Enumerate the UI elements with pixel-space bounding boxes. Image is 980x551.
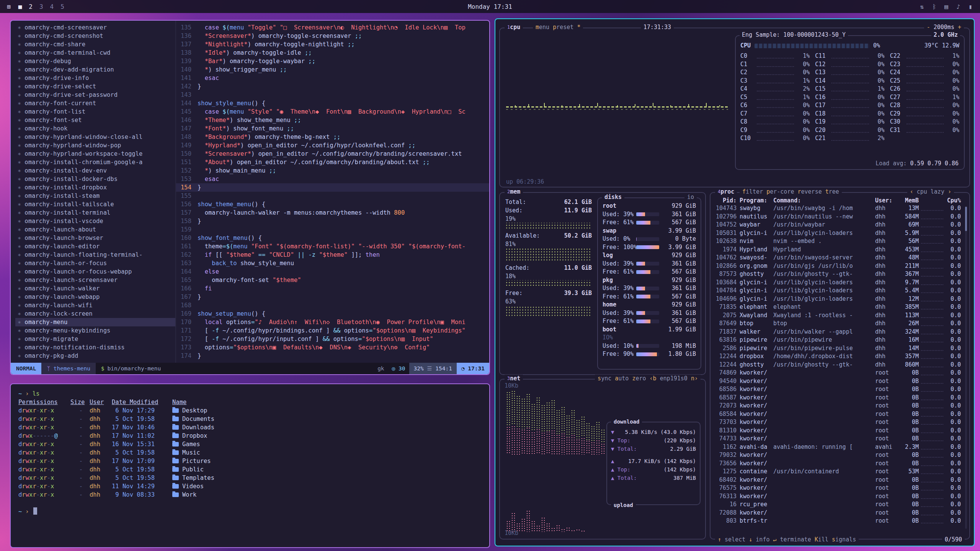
file-row[interactable]: drwxr-xr-x-dhh 6 Nov 17:29Desktop xyxy=(18,406,482,415)
tree-item[interactable]: ∗omarchy-launch-or-focus xyxy=(15,259,175,267)
file-row[interactable]: drwx------@-dhh17 Nov 11:02Dropbox xyxy=(18,432,482,440)
tree-item[interactable]: ∗omarchy-launch-editor xyxy=(15,242,175,251)
tree-item[interactable]: ∗omarchy-notification-dismiss xyxy=(15,343,175,352)
tree-item[interactable]: ∗omarchy-lock-screen xyxy=(15,310,175,318)
editor-window[interactable]: ∗omarchy-cmd-screensaver∗omarchy-cmd-scr… xyxy=(10,20,490,375)
process-row[interactable]: 74869kworker/root0B0.0 xyxy=(710,369,969,377)
process-row[interactable]: 102866org.gnom/usr/bin/gjs /usr/lib/odhh… xyxy=(710,262,969,271)
process-row[interactable]: 68586kworker/root0B0.0 xyxy=(710,385,969,394)
code-line[interactable]: 169show_setup_menu() { xyxy=(176,310,489,318)
process-row[interactable]: 803btrfs-trroot0B0.0 xyxy=(710,517,969,525)
code-line[interactable]: 135 case $(menu "Toggle" "□ Screensaver\… xyxy=(176,23,489,32)
file-row[interactable]: drwxr-xr-x-dhh17 Nov 17:09Pictures xyxy=(18,457,482,465)
process-row[interactable]: 87573ghostty/usr/bin/ghostty --gtk-dhh36… xyxy=(710,270,969,279)
tree-item[interactable]: ∗omarchy-launch-floating-terminal- xyxy=(15,251,175,259)
battery-icon[interactable]: ▮ xyxy=(969,3,972,10)
tree-item[interactable]: ∗omarchy-drive-set-password xyxy=(15,91,175,99)
code-line[interactable]: 144show_style_menu() { xyxy=(176,99,489,108)
file-row[interactable]: drwxr-xr-x-dhh 5 Oct 19:58Music xyxy=(18,448,482,457)
interval-minus-button[interactable]: - xyxy=(927,24,930,31)
header-mem[interactable]: MemB xyxy=(899,197,919,204)
workspace-2[interactable]: 2 xyxy=(29,3,33,10)
process-row[interactable]: 1275containe/usr/bin/containerdroot53M0.… xyxy=(710,468,969,476)
disk-entry[interactable]: home929 GiBUsed: 39%361 GiBFree: 61%567 … xyxy=(603,301,696,326)
code-line[interactable]: 168 xyxy=(176,301,489,310)
process-row[interactable]: 102796nautilus/usr/bin/nautilus --newdhh… xyxy=(710,213,969,221)
tree-item[interactable]: ∗omarchy-cmd-share xyxy=(15,40,175,49)
code-line[interactable]: 156show_theme_menu() { xyxy=(176,200,489,209)
tree-item[interactable]: ∗omarchy-cmd-screensaver xyxy=(15,23,175,32)
code-line[interactable]: 138 *Idle*) omarchy-toggle-idle ;; xyxy=(176,49,489,57)
code-line[interactable]: 155 xyxy=(176,192,489,200)
process-row[interactable]: 94540kworker/root0B0.0 xyxy=(710,377,969,386)
bluetooth-icon[interactable]: ᛒ xyxy=(932,3,936,10)
btop-window[interactable]: 1cpu menu preset * 17:31:33 - 2000ms + E… xyxy=(495,18,975,546)
workspace-3[interactable]: 3 xyxy=(39,3,43,10)
disk-entry[interactable]: log929 GiBUsed: 39%361 GiBFree: 61%567 G… xyxy=(603,251,696,276)
code-line[interactable]: 165 omarchy-font-set "$theme" xyxy=(176,276,489,284)
tree-item[interactable]: ∗omarchy-menu-keybindings xyxy=(15,326,175,335)
code-line[interactable]: 158} xyxy=(176,217,489,225)
proc-footer[interactable]: ↑ select ↓ info ↵ terminate Kill signals xyxy=(715,536,859,544)
tree-item[interactable]: ∗omarchy-pkg-add xyxy=(15,352,175,360)
code-line[interactable]: 157 omarchy-launch-walker -m menus:omarc… xyxy=(176,209,489,217)
process-row[interactable]: 12244ghostty/usr/bin/ghostty --gtk-dhh86… xyxy=(710,361,969,369)
tree-item[interactable]: ∗omarchy-hook xyxy=(15,124,175,133)
process-row[interactable]: 68584kworker/root0B0.0 xyxy=(710,410,969,419)
cpu-buttons[interactable]: menu preset * xyxy=(533,23,583,32)
tree-item[interactable]: ∗omarchy-install-terminal xyxy=(15,209,175,217)
code-line[interactable]: 163 back_to show_style_menu xyxy=(176,259,489,267)
file-row[interactable]: drwxr-xr-x-dhh 5 Oct 19:58Templates xyxy=(18,474,482,482)
tree-item[interactable]: ∗omarchy-drive-info xyxy=(15,74,175,82)
code-line[interactable]: 148 *Background*) omarchy-theme-bg-next … xyxy=(176,133,489,141)
volume-icon[interactable]: ♪ xyxy=(957,3,960,10)
tree-item[interactable]: ∗omarchy-install-chromium-google-a xyxy=(15,158,175,166)
process-row[interactable]: 102638nvimnvim --embed .dhh56M0.0 xyxy=(710,237,969,246)
tree-item[interactable]: ∗omarchy-launch-webapp xyxy=(15,293,175,301)
disk-entry[interactable]: swap3.99 GiBUsed: 0%0 ByteFree: 100%3.99… xyxy=(603,227,696,252)
file-row[interactable]: drwxr-xr-x-dhh 9 Nov 08:33Work xyxy=(18,491,482,499)
launcher-logo-icon[interactable]: ⊞ xyxy=(7,3,11,10)
process-row[interactable]: 2075XwaylandXwayland :1 -rootless -dhh11… xyxy=(710,311,969,320)
interval-plus-button[interactable]: + xyxy=(958,24,961,31)
io-button[interactable]: io xyxy=(684,193,697,202)
process-row[interactable]: 1162avahi-daavahi-daemon: running [avahi… xyxy=(710,443,969,452)
tree-item[interactable]: ∗omarchy-cmd-terminal-cwd xyxy=(15,49,175,57)
process-row[interactable]: 104752waybar/usr/bin/waybardhh69M0.0 xyxy=(710,221,969,229)
tree-item[interactable]: ∗omarchy-install-tailscale xyxy=(15,200,175,209)
process-row[interactable]: 71837walker/usr/bin/walker --gappldhh324… xyxy=(710,328,969,336)
process-row[interactable]: 74733kworker/root0B0.0 xyxy=(710,435,969,443)
code-line[interactable]: 154} xyxy=(176,183,489,192)
code-line[interactable]: 143 xyxy=(176,91,489,99)
tree-item[interactable]: ∗omarchy-font-list xyxy=(15,108,175,116)
code-line[interactable]: 147 *Font*) show_font_menu ;; xyxy=(176,124,489,133)
process-row[interactable]: 104696glycin-i/usr/lib/glycin-loadersdhh… xyxy=(710,295,969,303)
disk-entry[interactable]: boot1.99 GiBIO%Used: 10%198 MiBFree: 90%… xyxy=(603,326,696,359)
proc-box-title[interactable]: 4proc xyxy=(715,188,737,196)
process-row[interactable]: 81310kworker/root0B0.0 xyxy=(710,427,969,435)
code-line[interactable]: 166 fi xyxy=(176,284,489,293)
process-row[interactable]: 76313kworker/root0B0.0 xyxy=(710,492,969,501)
file-row[interactable]: drwxr-xr-x-dhh16 Nov 15:31Games xyxy=(18,440,482,448)
code-line[interactable]: 146 *Theme*) show_theme_menu ;; xyxy=(176,116,489,124)
process-row[interactable]: 87649btopbtopdhh26M0.0 xyxy=(710,320,969,328)
process-row[interactable]: 2586pipewire/usr/bin/pipewire-pulsedhh14… xyxy=(710,344,969,353)
tree-item[interactable]: ∗omarchy-install-dropbox xyxy=(15,183,175,192)
tree-item[interactable]: ∗omarchy-drive-select xyxy=(15,82,175,91)
process-row[interactable]: 79032kworker/root0B0.0 xyxy=(710,451,969,460)
header-program[interactable]: Program: xyxy=(740,197,773,204)
code-pane[interactable]: 135 case $(menu "Toggle" "□ Screensaver\… xyxy=(176,21,489,363)
code-line[interactable]: 164 else xyxy=(176,267,489,276)
disks-title[interactable]: disks xyxy=(602,193,624,202)
tree-item[interactable]: ∗omarchy-install-steam xyxy=(15,192,175,200)
code-line[interactable]: 167} xyxy=(176,293,489,301)
process-row[interactable]: 1974HyprlandHyprlanddhh453M0.0 xyxy=(710,246,969,254)
mem-box-title[interactable]: 2mem xyxy=(505,188,523,196)
code-line[interactable]: 171 [ -f ~/.config/hypr/bindings.conf ] … xyxy=(176,326,489,335)
prompt-line-2[interactable]: ~ › xyxy=(18,507,482,516)
code-line[interactable]: 172 [ -f ~/.config/hypr/input.conf ] && … xyxy=(176,335,489,343)
code-line[interactable]: 152 *) show_main_menu ;; xyxy=(176,166,489,175)
code-line[interactable]: 160show_font_menu() { xyxy=(176,234,489,242)
proc-options[interactable]: filter per-core reverse tree xyxy=(740,188,842,196)
tree-item[interactable]: ∗omarchy-launch-screensaver xyxy=(15,276,175,284)
